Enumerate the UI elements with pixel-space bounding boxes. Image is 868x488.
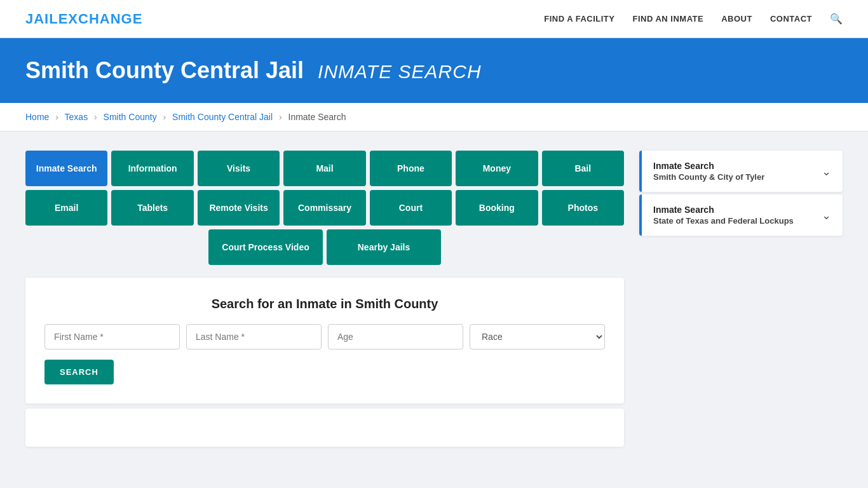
site-logo[interactable]: JAILEXCHANGE	[25, 11, 142, 27]
nav-find-inmate[interactable]: FIND AN INMATE	[632, 14, 703, 24]
breadcrumb: Home › Texas › Smith County › Smith Coun…	[0, 103, 868, 132]
breadcrumb-current: Inmate Search	[288, 112, 346, 122]
nav-buttons-row3: Court Process Video Nearby Jails	[25, 229, 624, 265]
nav-btn-photos[interactable]: Photos	[542, 190, 624, 226]
nav-btn-nearby-jails[interactable]: Nearby Jails	[327, 229, 441, 265]
sidebar-card-top-1: Inmate Search	[653, 205, 794, 215]
nav-btn-commissary[interactable]: Commissary	[283, 190, 365, 226]
sidebar-card-1: Inmate Search State of Texas and Federal…	[639, 194, 843, 236]
nav-btn-visits[interactable]: Visits	[198, 151, 280, 186]
search-button[interactable]: SEARCH	[44, 360, 114, 384]
nav-btn-tablets[interactable]: Tablets	[111, 190, 193, 226]
age-input[interactable]	[328, 324, 463, 349]
hero-banner: Smith County Central Jail INMATE SEARCH	[0, 38, 868, 103]
nav-btn-court[interactable]: Court	[370, 190, 452, 226]
nav-about[interactable]: ABOUT	[721, 14, 752, 24]
sidebar: Inmate Search Smith County & City of Tyl…	[639, 151, 843, 238]
chevron-down-icon-0: ⌄	[822, 165, 831, 179]
nav-btn-booking[interactable]: Booking	[456, 190, 538, 226]
nav-btn-bail[interactable]: Bail	[542, 151, 624, 186]
page-title: Smith County Central Jail INMATE SEARCH	[25, 57, 843, 84]
nav-buttons-row1: Inmate Search Information Visits Mail Ph…	[25, 151, 624, 186]
first-name-input[interactable]	[44, 324, 180, 349]
nav-btn-money[interactable]: Money	[456, 151, 538, 186]
search-form-fields: Race White Black Hispanic Asian Other	[44, 324, 605, 349]
logo-exchange: EXCHANGE	[58, 11, 143, 27]
search-box-extra	[25, 409, 624, 447]
last-name-input[interactable]	[186, 324, 322, 349]
sidebar-card-bottom-0: Smith County & City of Tyler	[653, 172, 764, 182]
logo-jail: JAIL	[25, 11, 58, 27]
search-box: Search for an Inmate in Smith County Rac…	[25, 278, 624, 403]
chevron-down-icon-1: ⌄	[822, 208, 831, 222]
breadcrumb-smith-county[interactable]: Smith County	[104, 112, 157, 122]
nav-btn-inmate-search[interactable]: Inmate Search	[25, 151, 107, 186]
nav-find-facility[interactable]: FIND A FACILITY	[544, 14, 614, 24]
sidebar-card-header-0[interactable]: Inmate Search Smith County & City of Tyl…	[639, 151, 843, 192]
sidebar-card-bottom-1: State of Texas and Federal Lockups	[653, 216, 794, 226]
breadcrumb-home[interactable]: Home	[25, 112, 49, 122]
sidebar-card-header-1[interactable]: Inmate Search State of Texas and Federal…	[639, 194, 843, 236]
nav-btn-phone[interactable]: Phone	[370, 151, 452, 186]
nav-contact[interactable]: CONTACT	[770, 14, 812, 24]
nav-btn-information[interactable]: Information	[111, 151, 193, 186]
site-header: JAILEXCHANGE FIND A FACILITY FIND AN INM…	[0, 0, 868, 38]
sidebar-card-top-0: Inmate Search	[653, 161, 764, 171]
search-form-title: Search for an Inmate in Smith County	[44, 297, 605, 311]
race-select[interactable]: Race White Black Hispanic Asian Other	[470, 324, 605, 349]
nav-btn-mail[interactable]: Mail	[283, 151, 365, 186]
breadcrumb-jail[interactable]: Smith County Central Jail	[172, 112, 273, 122]
search-icon[interactable]: 🔍	[830, 13, 843, 25]
nav-btn-court-process-video[interactable]: Court Process Video	[208, 229, 323, 265]
breadcrumb-texas[interactable]: Texas	[65, 112, 88, 122]
sidebar-card-0: Inmate Search Smith County & City of Tyl…	[639, 151, 843, 192]
nav-btn-email[interactable]: Email	[25, 190, 107, 226]
content-left: Inmate Search Information Visits Mail Ph…	[25, 151, 624, 447]
nav-btn-remote-visits[interactable]: Remote Visits	[198, 190, 280, 226]
main-nav: FIND A FACILITY FIND AN INMATE ABOUT CON…	[544, 13, 843, 25]
main-container: Inmate Search Information Visits Mail Ph…	[0, 132, 868, 466]
nav-buttons-row2: Email Tablets Remote Visits Commissary C…	[25, 190, 624, 226]
